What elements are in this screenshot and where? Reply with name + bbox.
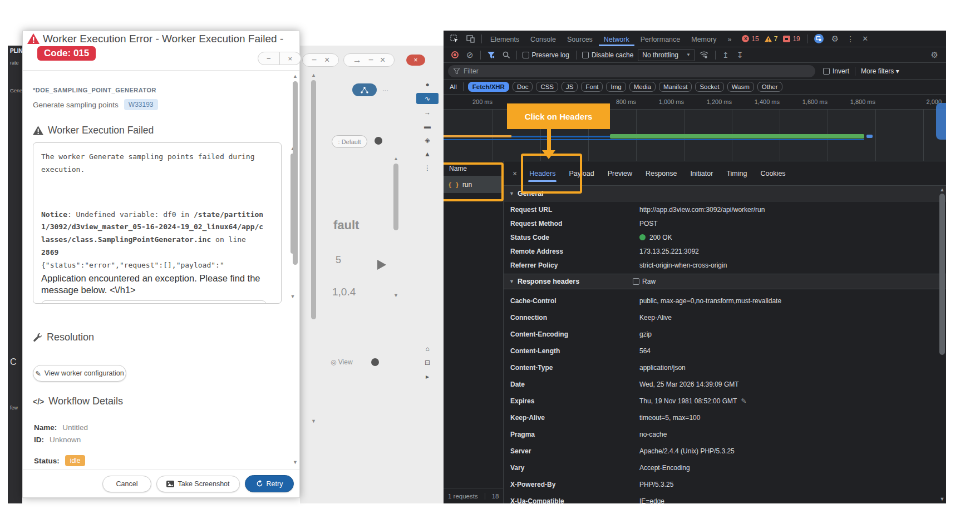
log-invalid-source: Invalid data source provided <\/pre	[41, 300, 267, 304]
chip-img[interactable]: Img	[606, 82, 626, 92]
error-count-badge[interactable]: × 15	[742, 35, 759, 43]
chip-other[interactable]: Other	[757, 82, 782, 92]
forward-icon: →	[353, 55, 362, 65]
error-code-badge: Code: 015	[37, 46, 96, 61]
header-row: VaryAccept-Encoding	[504, 459, 946, 476]
devtools-tabbar: Elements Console Sources Network Perform…	[444, 31, 946, 47]
chip-font[interactable]: Font	[581, 82, 603, 92]
close-button[interactable]: ×	[280, 52, 302, 65]
background-icon-toolbar-bottom: ⌂ ⊟ ▸	[415, 340, 440, 396]
filter-funnel-icon[interactable]	[484, 52, 498, 58]
chip-css[interactable]: CSS	[536, 82, 558, 92]
rail-fragment: rate	[10, 60, 19, 66]
issues-count-badge[interactable]: 19	[783, 35, 800, 43]
network-settings-gear-icon[interactable]: ⚙	[928, 50, 942, 60]
default-chip: : Default	[332, 135, 367, 148]
play-arrow-icon	[377, 260, 386, 270]
modal-window-controls[interactable]: − ×	[258, 52, 301, 65]
preserve-log-checkbox[interactable]: Preserve log	[523, 51, 569, 59]
cancel-button[interactable]: Cancel	[102, 476, 151, 492]
rail-fragment: few	[10, 405, 18, 411]
header-row: ServerApache/2.4.4 (Unix) PHP/5.3.25	[504, 443, 946, 459]
view-worker-configuration-button[interactable]: ✎ View worker configuration	[33, 365, 126, 382]
close-devtools-icon[interactable]: ✕	[859, 34, 871, 43]
record-icon[interactable]	[448, 51, 462, 58]
overview-scroll-indicator	[936, 103, 946, 140]
waterfall-content-bar	[610, 134, 864, 139]
log-exception: Application encountered an exception. Pl…	[41, 273, 267, 295]
background-text: 5	[336, 254, 341, 266]
close-details-icon[interactable]: ×	[508, 169, 521, 178]
search-icon[interactable]	[499, 51, 513, 58]
response-headers-section-header[interactable]: ▼ Response headers Raw	[504, 274, 946, 289]
tab-cookies[interactable]: Cookies	[755, 166, 791, 181]
error-log-box[interactable]: The worker Generate sampling points fail…	[33, 142, 282, 304]
more-tabs-chevron[interactable]: »	[722, 32, 736, 46]
warning-triangle-icon	[765, 36, 772, 42]
chip-media[interactable]: Media	[629, 82, 656, 92]
more-icon: ⋮	[416, 162, 439, 174]
raw-checkbox[interactable]: Raw	[633, 278, 656, 285]
chip-wasm[interactable]: Wasm	[727, 82, 754, 92]
export-har-icon[interactable]: ↧	[733, 51, 747, 60]
chip-all[interactable]: All	[448, 82, 459, 91]
checkbox-icon	[823, 68, 830, 75]
import-har-icon[interactable]: ↥	[719, 51, 732, 60]
card-icon: ▬	[416, 121, 439, 132]
chip-socket[interactable]: Socket	[695, 82, 723, 92]
filter-row: Filter Invert More filters ▾	[444, 63, 946, 80]
tab-timing[interactable]: Timing	[721, 166, 752, 181]
chip-fetch-xhr[interactable]: Fetch/XHR	[468, 82, 509, 92]
caret-icon: ▸	[416, 371, 439, 382]
tab-network[interactable]: Network	[599, 32, 634, 46]
rail-fragment: PLIN	[10, 48, 22, 54]
tab-response[interactable]: Response	[640, 166, 682, 181]
more-filters-button[interactable]: More filters ▾	[861, 67, 899, 75]
clear-icon[interactable]: ⊘	[463, 50, 477, 60]
background-scrollbar: ▲ ▼	[311, 72, 317, 451]
scroll-down-icon[interactable]: ▼	[938, 496, 946, 502]
details-scrollbar[interactable]: ▲ ▼	[938, 187, 946, 503]
tab-memory[interactable]: Memory	[686, 32, 721, 46]
throttling-select[interactable]: No throttling ▼	[638, 49, 695, 61]
background-icon-toolbar: ● ∿ → ▬ ◈ ▲ ⋮	[415, 76, 440, 221]
log-json: {"status":"error","request":[],"payload"…	[41, 259, 267, 272]
background-left-rail: PLIN rate Gene C few	[8, 46, 22, 503]
network-conditions-icon[interactable]	[696, 51, 712, 58]
invert-checkbox[interactable]: Invert	[823, 67, 849, 75]
tab-elements[interactable]: Elements	[485, 32, 524, 46]
tab-console[interactable]: Console	[525, 32, 561, 46]
retry-button[interactable]: Retry	[245, 475, 294, 492]
modal-footer: Cancel Take Screenshot Retry	[23, 470, 299, 497]
scroll-up-icon[interactable]: ▲	[938, 187, 946, 192]
pencil-icon[interactable]: ✎	[741, 397, 746, 405]
minimize-button[interactable]: −	[258, 52, 280, 65]
modal-scrollbar[interactable]: ▲ ▼	[292, 72, 299, 470]
tab-preview[interactable]: Preview	[602, 166, 638, 181]
warning-count-badge[interactable]: 7	[765, 35, 778, 43]
device-toolbar-icon[interactable]	[463, 35, 478, 43]
general-row: Status Code200 OK	[504, 230, 946, 244]
kebab-menu-icon[interactable]: ⋮	[843, 34, 858, 43]
chip-doc[interactable]: Doc	[513, 82, 533, 92]
tab-performance[interactable]: Performance	[636, 32, 686, 46]
disclosure-triangle-icon: ▼	[509, 279, 514, 284]
take-screenshot-button[interactable]: Take Screenshot	[156, 476, 240, 492]
settings-gear-icon[interactable]: ⚙	[828, 34, 842, 44]
chip-js[interactable]: JS	[562, 82, 578, 92]
scroll-up-icon[interactable]: ▲	[292, 73, 299, 79]
tab-initiator[interactable]: Initiator	[684, 166, 718, 181]
filter-input[interactable]: Filter	[448, 65, 815, 77]
workflow-name-row: Name:Untitled	[34, 423, 88, 432]
close-icon: ×	[413, 56, 417, 64]
log-notice: Notice: Undefined variable: df0 in /stat…	[41, 209, 267, 259]
device-posture-icon[interactable]	[811, 34, 827, 43]
scroll-down-icon[interactable]: ▼	[292, 459, 299, 465]
disable-cache-checkbox[interactable]: Disable cache	[582, 51, 633, 59]
warning-triangle-icon	[33, 126, 43, 135]
inspect-element-icon[interactable]	[447, 34, 462, 43]
toast-close-button: ×	[406, 55, 425, 66]
chip-manifest[interactable]: Manifest	[659, 82, 692, 92]
tab-sources[interactable]: Sources	[562, 32, 598, 46]
header-row: X-Ua-CompatibleIE=edge	[504, 493, 946, 503]
